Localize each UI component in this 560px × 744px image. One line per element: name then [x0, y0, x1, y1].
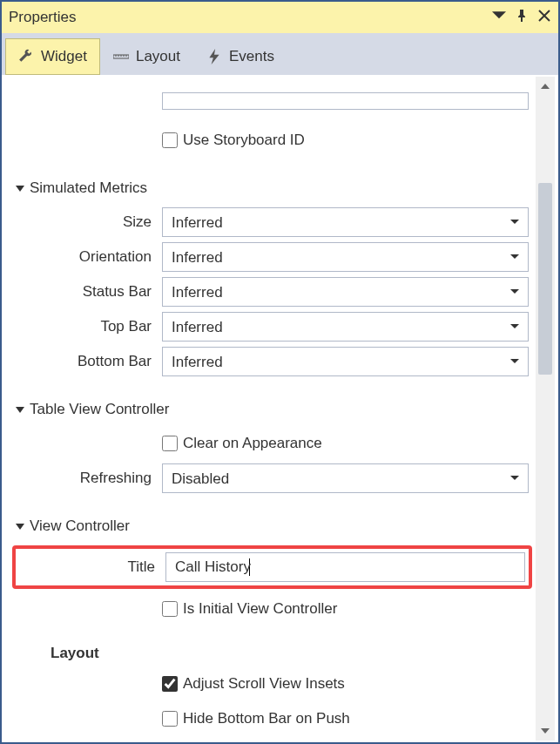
- label-topbar: Top Bar: [16, 318, 162, 335]
- titlebar: Properties: [2, 2, 558, 33]
- select-refreshing[interactable]: Disabled: [162, 463, 529, 493]
- scrollbar-thumb[interactable]: [538, 183, 552, 375]
- section-table-view-controller[interactable]: Table View Controller: [16, 401, 529, 418]
- truncated-field[interactable]: [162, 92, 529, 110]
- scroll-down-arrow[interactable]: [536, 721, 555, 741]
- scroll-area: Use Storyboard ID Simulated Metrics Size…: [3, 77, 534, 741]
- input-title[interactable]: [165, 552, 525, 582]
- checkbox-input[interactable]: [162, 132, 178, 148]
- clear-on-appearance-checkbox[interactable]: Clear on Appearance: [162, 435, 529, 452]
- select-bottombar[interactable]: Inferred: [162, 347, 529, 376]
- panel-title: Properties: [9, 9, 492, 26]
- checkbox-input[interactable]: [162, 676, 178, 692]
- checkbox-label: Adjust Scroll View Insets: [183, 675, 345, 693]
- checkbox-input[interactable]: [162, 601, 178, 617]
- checkbox-label: Clear on Appearance: [183, 435, 322, 452]
- label-orientation: Orientation: [16, 248, 162, 266]
- section-simulated-metrics[interactable]: Simulated Metrics: [16, 179, 529, 197]
- vertical-scrollbar[interactable]: [536, 77, 555, 741]
- tab-label: Widget: [41, 48, 87, 65]
- titlebar-controls: [492, 9, 551, 27]
- checkbox-label: Is Initial View Controller: [183, 600, 337, 618]
- tab-events[interactable]: Events: [193, 38, 287, 75]
- tab-bar: Widget Layout Events: [2, 33, 558, 75]
- section-label: Simulated Metrics: [30, 179, 147, 197]
- highlight-annotation: Title: [12, 545, 532, 589]
- tab-layout[interactable]: Layout: [100, 38, 193, 75]
- tab-label: Layout: [136, 48, 180, 65]
- checkbox-input[interactable]: [162, 436, 178, 451]
- close-icon[interactable]: [537, 9, 551, 27]
- checkbox-label: Hide Bottom Bar on Push: [183, 710, 350, 727]
- tab-widget[interactable]: Widget: [5, 38, 100, 75]
- checkbox-label: Use Storyboard ID: [183, 132, 305, 149]
- layout-subheader: Layout: [51, 645, 529, 662]
- use-storyboard-id-checkbox[interactable]: Use Storyboard ID: [162, 132, 529, 149]
- section-view-controller[interactable]: View Controller: [16, 517, 529, 535]
- scrollbar-track[interactable]: [536, 96, 555, 721]
- wrench-icon: [18, 49, 34, 64]
- adjust-scroll-checkbox[interactable]: Adjust Scroll View Insets: [162, 675, 529, 693]
- select-topbar[interactable]: Inferred: [162, 312, 529, 342]
- section-label: View Controller: [30, 517, 130, 535]
- collapse-icon: [16, 522, 24, 531]
- select-statusbar[interactable]: Inferred: [162, 277, 529, 307]
- ruler-icon: [113, 49, 129, 64]
- pin-icon[interactable]: [515, 9, 529, 27]
- checkbox-input[interactable]: [162, 711, 178, 727]
- dropdown-icon[interactable]: [492, 9, 506, 27]
- scroll-up-arrow[interactable]: [536, 77, 555, 96]
- collapse-icon: [16, 184, 24, 193]
- tab-label: Events: [229, 48, 274, 65]
- content-area: Use Storyboard ID Simulated Metrics Size…: [3, 77, 557, 741]
- select-size[interactable]: Inferred: [162, 207, 529, 237]
- label-statusbar: Status Bar: [16, 283, 162, 301]
- label-title: Title: [19, 558, 165, 576]
- section-label: Table View Controller: [30, 401, 169, 418]
- collapse-icon: [16, 405, 24, 414]
- is-initial-checkbox[interactable]: Is Initial View Controller: [162, 600, 529, 618]
- hide-bottom-checkbox[interactable]: Hide Bottom Bar on Push: [162, 710, 529, 727]
- label-refreshing: Refreshing: [16, 470, 162, 487]
- select-orientation[interactable]: Inferred: [162, 242, 529, 272]
- label-bottombar: Bottom Bar: [16, 353, 162, 370]
- lightning-icon: [206, 49, 222, 64]
- label-size: Size: [16, 213, 162, 231]
